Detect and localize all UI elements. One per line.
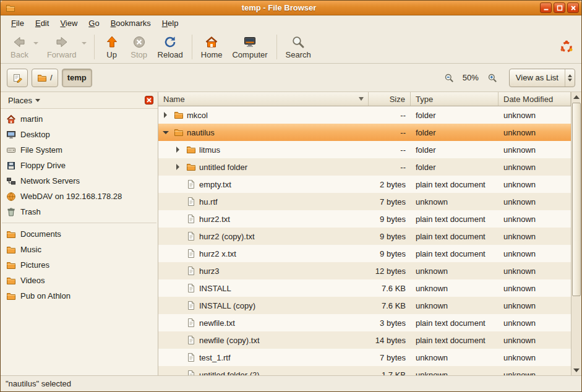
toolbar-separator [94,35,95,59]
type-cell: plain text document [411,331,499,349]
zoom-in-button[interactable] [486,71,499,85]
file-row-newfile-copy-txt[interactable]: newfile (copy).txt14 bytesplain text doc… [158,331,571,349]
file-icon [186,318,196,328]
name-cell: nautilus [158,124,369,141]
sidebar-item-desktop[interactable]: Desktop [1,127,158,142]
maximize-button[interactable] [554,2,565,13]
file-icon [186,335,196,345]
column-header-size[interactable]: Size [369,92,411,106]
menu-help[interactable]: Help [156,17,184,30]
name-cell: newfile.txt [158,314,369,331]
scroll-up-button[interactable] [571,92,581,102]
size-cell: 2 bytes [369,176,411,193]
close-button[interactable] [567,2,579,13]
menubar: FileEditViewGoBookmarksHelp [1,15,581,31]
menu-go[interactable]: Go [83,17,105,30]
sidebar-item-label: Trash [20,207,41,216]
scrollbar-thumb[interactable] [572,103,581,296]
column-header-name[interactable]: Name [158,92,369,106]
file-row-mkcol[interactable]: mkcol--folderunknown [158,106,571,124]
home-button[interactable]: Home [196,32,228,61]
type-cell: plain text document [411,245,499,262]
sidebar-item-pictures[interactable]: Pictures [1,257,158,273]
type-cell: plain text document [411,228,499,245]
file-row-newfile-txt[interactable]: newfile.txt3 bytesplain text documentunk… [158,314,571,331]
menu-edit[interactable]: Edit [30,17,54,30]
sidebar-item-trash[interactable]: Trash [1,204,158,219]
view-mode-select[interactable]: View as List [509,69,575,87]
menu-bookmarks[interactable]: Bookmarks [105,17,156,30]
file-row-nautilus[interactable]: nautilus--folderunknown [158,124,571,141]
minimize-button[interactable] [540,2,552,13]
back-dropdown-arrow-icon[interactable] [33,42,38,45]
vertical-scrollbar[interactable] [571,92,581,375]
file-row-empty-txt[interactable]: empty.txt2 bytesplain text documentunkno… [158,176,571,193]
file-row-hu-rtf[interactable]: hu.rtf7 bytesunknownunknown [158,193,571,210]
forward-button[interactable]: Forward [42,32,82,61]
triangle-up-icon [573,95,580,99]
titlebar[interactable]: temp - File Browser [1,1,581,15]
sidebar-item-network-servers[interactable]: Network Servers [1,173,158,189]
file-row-test-1-rtf[interactable]: test_1.rtf7 bytesunknownunknown [158,349,571,366]
size-cell: -- [369,158,411,176]
sidebar-item-music[interactable]: Music [1,242,158,257]
file-name: litmus [199,145,220,155]
forward-dropdown-arrow-icon[interactable] [82,42,87,45]
file-name: untitled folder [199,163,247,172]
path-button-[interactable]: / [32,69,58,87]
search-button[interactable]: Search [281,32,316,61]
expander-collapsed-icon[interactable] [161,110,171,120]
modified-cell: unknown [499,124,571,141]
file-row-hurz3[interactable]: hurz312 bytesunknownunknown [158,262,571,279]
expander-expanded-icon[interactable] [161,127,171,137]
file-list-area: NameSizeTypeDate Modified mkcol--folderu… [158,92,581,375]
sidebar-item-martin[interactable]: martin [1,111,158,127]
path-button-temp[interactable]: temp [62,69,92,87]
reload-button[interactable]: Reload [153,32,188,61]
sidebar-item-label: Network Servers [20,176,80,185]
close-sidebar-button[interactable] [144,95,154,105]
file-row-hurz2-x-txt[interactable]: hurz2 x.txt9 bytesplain text documentunk… [158,245,571,262]
size-cell: -- [369,106,411,124]
scroll-down-button[interactable] [571,365,581,375]
file-row-untitled-folder-2[interactable]: untitled folder (2)1.7 KBunknownunknown [158,366,571,375]
zoom-out-button[interactable] [442,71,456,85]
up-button[interactable]: Up [98,32,126,61]
sidebar-item-pub-on-athlon[interactable]: Pub on Athlon [1,288,158,304]
combo-spin-arrows-icon[interactable] [565,69,575,87]
column-header-type[interactable]: Type [411,92,499,106]
column-header-date-modified[interactable]: Date Modified [499,92,571,106]
file-row-install[interactable]: INSTALL7.6 KBunknownunknown [158,279,571,297]
sidebar-item-file-system[interactable]: File System [1,142,158,158]
file-name: nautilus [187,128,215,137]
file-row-hurz2-txt[interactable]: hurz2.txt9 bytesplain text documentunkno… [158,210,571,228]
file-icon [186,197,196,207]
stop-button[interactable]: Stop [126,32,153,61]
sidebar-item-documents[interactable]: Documents [1,226,158,242]
main-area: Places martinDesktopFile SystemFloppy Dr… [1,92,581,375]
places-selector[interactable]: Places [4,95,44,106]
expander-spacer [173,370,183,375]
back-button[interactable]: Back [6,32,33,61]
file-icon [186,283,196,293]
type-cell: folder [411,158,499,176]
file-row-install-copy[interactable]: INSTALL (copy)7.6 KBunknownunknown [158,297,571,314]
back-icon [12,35,27,49]
home-group: Home [196,32,228,62]
toggle-location-entry-button[interactable] [7,69,28,87]
expander-collapsed-icon[interactable] [173,145,183,155]
name-cell: litmus [158,141,369,158]
computer-button[interactable]: Computer [227,32,272,61]
sidebar-item-floppy-drive[interactable]: Floppy Drive [1,158,158,173]
type-cell: folder [411,124,499,141]
menu-file[interactable]: File [6,17,30,30]
file-row-untitled-folder[interactable]: untitled folder--folderunknown [158,158,571,176]
expander-collapsed-icon[interactable] [173,162,183,172]
file-row-hurz2-copy-txt[interactable]: hurz2 (copy).txt9 bytesplain text docume… [158,228,571,245]
sort-indicator-icon [358,96,364,101]
sidebar-item-webdav-on-192-168-178-28[interactable]: WebDAV on 192.168.178.28 [1,189,158,204]
sidebar-item-videos[interactable]: Videos [1,273,158,288]
modified-cell: unknown [499,297,571,314]
menu-view[interactable]: View [54,17,83,30]
file-row-litmus[interactable]: litmus--folderunknown [158,141,571,158]
